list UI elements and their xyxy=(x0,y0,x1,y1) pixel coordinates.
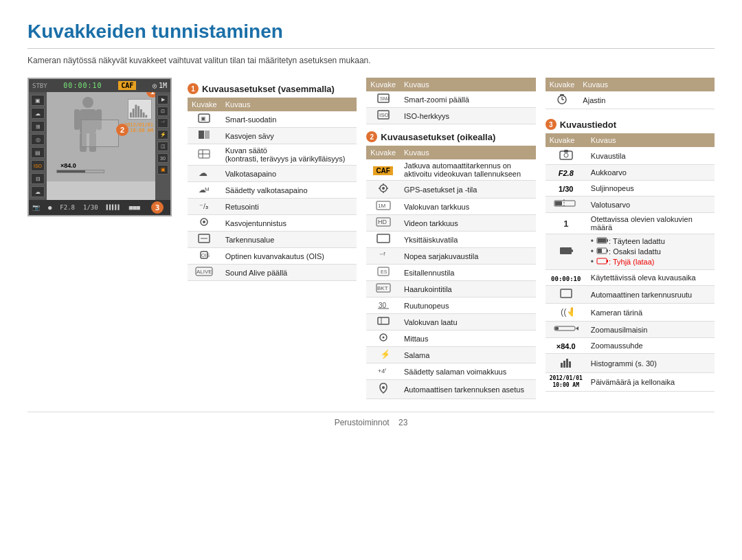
svg-point-57 xyxy=(382,337,384,339)
s1-icon-8: OIS xyxy=(188,248,221,265)
s1-icon-5: ⁻/₃ xyxy=(188,199,221,215)
s1-text-2: Kuvan säätö (kontrasti, terävyys ja väri… xyxy=(221,144,357,166)
s3-icon-2: 1/30 xyxy=(546,181,587,197)
s1-icon-4: ☁M xyxy=(188,182,221,199)
s2-icon-7: BKT xyxy=(366,281,400,298)
table-row: +4ᶠ Säädetty salaman voimakkuus xyxy=(366,363,535,380)
s3-top-col-kuvaus: Kuvaus xyxy=(578,78,715,91)
left-icon-4: ◎ xyxy=(31,134,45,145)
table-row: SMART Smart-zoomi päällä xyxy=(366,91,535,108)
svg-point-67 xyxy=(564,153,568,157)
section1-col-kuvaus: Kuvaus xyxy=(221,98,357,111)
right-icon-7: ▣ xyxy=(157,165,168,175)
s3-text-1: Aukkoarvo xyxy=(587,165,715,181)
footer-text: Perustoiminnot xyxy=(335,418,390,427)
s2-text-8: Ruutunopeus xyxy=(400,298,536,314)
s2-text-2: Valokuvan tarkkuus xyxy=(400,199,536,215)
s1-text-3: Valkotasapaino xyxy=(221,166,357,182)
table-row: ⚡ Salama xyxy=(366,347,535,363)
table-row: Automaattisen tarkennuksen asetus xyxy=(366,380,535,399)
left-icon-3: ⊞ xyxy=(31,121,45,132)
section2-table: Kuvake Kuvaus CAF Jatkuva automaattitark… xyxy=(366,146,535,399)
section3-col-kuvake: Kuvake xyxy=(546,133,587,147)
table-row: ISO ISO-herkkyys xyxy=(366,108,535,124)
s2-text-12: Säädetty salaman voimakkuus xyxy=(400,363,536,380)
svg-point-0 xyxy=(82,97,93,108)
section3-title: 3 Kuvaustiedot xyxy=(546,119,715,130)
s2-icon-13 xyxy=(366,380,400,399)
s2-text-1: GPS-asetukset ja -tila xyxy=(400,181,536,199)
s2-text-3: Videon tarkkuus xyxy=(400,215,536,232)
bullet-icon: • xyxy=(591,236,594,246)
svg-text:⁻/₃: ⁻/₃ xyxy=(199,202,208,210)
compass-icon: ◎ xyxy=(153,82,157,89)
s2-icon-12: +4ᶠ xyxy=(366,363,400,380)
svg-rect-12 xyxy=(145,115,147,117)
aperture-bottom: F2.8 xyxy=(60,204,75,211)
s2-text-13: Automaattisen tarkennuksen asetus xyxy=(400,380,536,399)
battery-half-text: : Osaksi ladattu xyxy=(596,247,661,256)
table-row: Automaattinen tarkennusruutu xyxy=(546,286,715,304)
camera-stby: STBY xyxy=(32,82,47,89)
camera-timer: 00:00:10 xyxy=(63,82,102,89)
table-row: CAF Jatkuva automaattitarkennus on aktiv… xyxy=(366,159,535,181)
right-icon-2: ⊡ xyxy=(157,107,168,116)
iso-icon: ISO xyxy=(366,108,400,124)
s3-text-4: Otettavissa olevien valokuvien määrä xyxy=(587,213,715,234)
camera-preview: STBY 00:00:10 CAF ◎ 1M ▣ ☁ ⊞ ◎ ▤ ISO xyxy=(27,78,175,216)
col-right: Kuvake Kuvaus Ajastin 3 Kuvaustiedot xyxy=(546,78,715,392)
battery-bottom: ■■■ xyxy=(129,204,140,211)
table-row: Valokuvan laatu xyxy=(366,314,535,331)
table-row: 1 Otettavissa olevien valokuvien määrä xyxy=(546,213,715,234)
s2-text-6: Esitallennustila xyxy=(400,265,536,281)
s3-text-9: Zoomausilmaisin xyxy=(587,322,715,338)
svg-rect-6 xyxy=(130,113,132,117)
table-row: BKT Haarukointitila xyxy=(366,281,535,298)
shutter-bottom: 1/30 xyxy=(83,204,98,211)
svg-text:☁: ☁ xyxy=(199,168,207,177)
svg-text:((🤚)): ((🤚)) xyxy=(561,306,573,317)
section2-col-kuvaus: Kuvaus xyxy=(400,146,536,159)
ajastin-text: Ajastin xyxy=(578,91,715,109)
s2-icon-2: 1M xyxy=(366,199,400,215)
svg-rect-11 xyxy=(143,113,145,117)
svg-text:M: M xyxy=(205,186,210,192)
tables-area: 1 Kuvausasetukset (vasemmalla) Kuvake Ku… xyxy=(188,78,715,399)
s3-icon-10: ×84.0 xyxy=(546,338,587,354)
s3-icon-1: F2.8 xyxy=(546,165,587,181)
right-icon-5: ◫ xyxy=(157,142,168,151)
table-row: ▣ Smart-suodatin xyxy=(188,111,357,128)
s1-text-1: Kasvojen sävy xyxy=(221,128,357,144)
table-row: HD Videon tarkkuus xyxy=(366,215,535,232)
bullet-icon: • xyxy=(591,247,594,256)
camera-right-strip: ▶ ⊡ ⁻ᶠ ⚡ ◫ 30 ▣ xyxy=(155,92,170,200)
s3-text-10: Zoomaussuhde xyxy=(587,338,715,354)
svg-rect-79 xyxy=(597,258,607,264)
s1-icon-6 xyxy=(188,215,221,232)
s1-icon-2 xyxy=(188,144,221,166)
table-row: 30 Ruutunopeus xyxy=(366,298,535,314)
s3-text-12: Päivämäärä ja kellonaika xyxy=(587,373,715,392)
table-row: OIS Optinen kuvanvakautus (OIS) xyxy=(188,248,357,265)
svg-text:ISO: ISO xyxy=(379,112,389,118)
section2-col-kuvake: Kuvake xyxy=(366,146,400,159)
page-number: 23 xyxy=(398,418,407,427)
svg-text:OIS: OIS xyxy=(201,253,210,258)
s3-icon-4: 1 xyxy=(546,213,587,234)
svg-rect-8 xyxy=(135,104,137,117)
s3-icon-8: ((🤚)) xyxy=(546,304,587,322)
table-row: Tarkennusalue xyxy=(188,232,357,248)
section3-col-kuvaus: Kuvaus xyxy=(587,133,715,147)
s3-text-6: Käytettävissä oleva kuvausaika xyxy=(587,270,715,286)
section2-badge: 2 xyxy=(366,131,377,142)
svg-text:▣: ▣ xyxy=(201,115,206,122)
table-row: Yksittäiskuvatila xyxy=(366,232,535,248)
date-stamp: 2012/01/01 10:08 AM xyxy=(124,122,153,133)
svg-rect-84 xyxy=(555,327,559,330)
s2-icon-0: CAF xyxy=(366,159,400,181)
smart-zoom-text: Smart-zoomi päällä xyxy=(400,91,536,108)
right-icon-6: 30 xyxy=(157,153,168,163)
s3-icon-6: 00:00:10 xyxy=(546,270,587,286)
zoom-bar-preview xyxy=(56,170,104,173)
s3-icon-0 xyxy=(546,147,587,165)
